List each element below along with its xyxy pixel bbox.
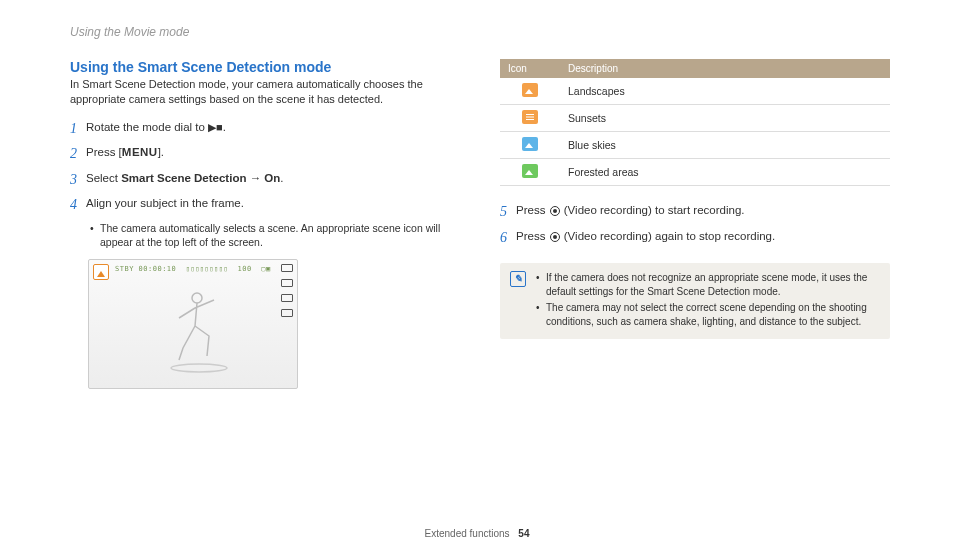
svg-point-1 <box>171 364 227 372</box>
step-number: 2 <box>70 144 86 164</box>
sunset-icon <box>522 110 538 124</box>
movie-mode-icon: ▶■ <box>208 121 223 133</box>
step-suffix: . <box>223 121 226 133</box>
step-5: 5 Press (Video recording) to start recor… <box>500 202 890 222</box>
page-number: 54 <box>518 528 529 539</box>
step-body: Rotate the mode dial to ▶■. <box>86 119 450 136</box>
step-body: Press (Video recording) again to stop re… <box>516 228 890 244</box>
step-pre: Press <box>516 230 549 242</box>
step-number: 5 <box>500 202 516 222</box>
record-button-icon <box>550 232 560 242</box>
step-mid: (Video recording) again to stop recordin… <box>561 230 776 242</box>
right-column: Icon Description Landscapes Sunsets Blue… <box>500 59 890 389</box>
scene-icon <box>93 264 109 280</box>
stby-label: STBY 00:00:10 ▯▯▯▯▯▯▯▯▯ 100 ▢▣ <box>115 265 271 273</box>
note-list: If the camera does not recognize an appr… <box>536 271 880 331</box>
content: Using the Smart Scene Detection mode In … <box>0 39 954 389</box>
camera-screenshot: STBY 00:00:10 ▯▯▯▯▯▯▯▯▯ 100 ▢▣ <box>88 259 298 389</box>
step-number: 1 <box>70 119 86 139</box>
step-prefix: Press [ <box>86 146 122 158</box>
page-footer: Extended functions 54 <box>0 528 954 539</box>
step-text: Rotate the mode dial to <box>86 121 208 133</box>
arrow-icon: → <box>246 172 264 184</box>
scene-icon-table: Icon Description Landscapes Sunsets Blue… <box>500 59 890 186</box>
option-value: On <box>264 172 280 184</box>
step-6: 6 Press (Video recording) again to stop … <box>500 228 890 248</box>
step-pre: Press <box>516 204 549 216</box>
footer-label: Extended functions <box>425 528 510 539</box>
forest-icon <box>522 164 538 178</box>
row-desc: Sunsets <box>560 105 890 132</box>
table-header-desc: Description <box>560 59 890 78</box>
note-item: The camera may not select the correct sc… <box>536 301 880 329</box>
menu-label: MENU <box>122 146 158 158</box>
step-number: 4 <box>70 195 86 215</box>
step-4-bullet: The camera automatically selects a scene… <box>90 221 450 249</box>
status-icon <box>281 309 293 317</box>
step-prefix: Select <box>86 172 121 184</box>
row-desc: Blue skies <box>560 132 890 159</box>
table-row: Sunsets <box>500 105 890 132</box>
status-icon <box>281 279 293 287</box>
status-icon <box>281 264 293 272</box>
note-item: If the camera does not recognize an appr… <box>536 271 880 299</box>
record-button-icon <box>550 206 560 216</box>
left-column: Using the Smart Scene Detection mode In … <box>70 59 450 389</box>
step-body: Select Smart Scene Detection → On. <box>86 170 450 186</box>
right-status-icons <box>281 264 293 317</box>
step-body: Press [MENU]. <box>86 144 450 160</box>
table-header-icon: Icon <box>500 59 560 78</box>
step-body: Press (Video recording) to start recordi… <box>516 202 890 218</box>
note-icon: ✎ <box>510 271 526 287</box>
note-box: ✎ If the camera does not recognize an ap… <box>500 263 890 339</box>
step-mid: (Video recording) to start recording. <box>561 204 745 216</box>
step-1: 1 Rotate the mode dial to ▶■. <box>70 119 450 139</box>
figure-silhouette-icon <box>159 288 239 378</box>
step-suffix: ]. <box>158 146 164 158</box>
blue-sky-icon <box>522 137 538 151</box>
svg-point-0 <box>192 293 202 303</box>
option-name: Smart Scene Detection <box>121 172 246 184</box>
step-number: 3 <box>70 170 86 190</box>
step-3: 3 Select Smart Scene Detection → On. <box>70 170 450 190</box>
step-body: Align your subject in the frame. <box>86 195 450 211</box>
landscape-icon <box>522 83 538 97</box>
page-header-breadcrumb: Using the Movie mode <box>0 0 954 39</box>
table-row: Forested areas <box>500 159 890 186</box>
step-2: 2 Press [MENU]. <box>70 144 450 164</box>
step-suffix: . <box>280 172 283 184</box>
table-row: Landscapes <box>500 78 890 105</box>
row-desc: Forested areas <box>560 159 890 186</box>
step-4: 4 Align your subject in the frame. <box>70 195 450 215</box>
section-intro: In Smart Scene Detection mode, your came… <box>70 77 450 107</box>
section-title: Using the Smart Scene Detection mode <box>70 59 450 75</box>
step-number: 6 <box>500 228 516 248</box>
table-row: Blue skies <box>500 132 890 159</box>
row-desc: Landscapes <box>560 78 890 105</box>
status-icon <box>281 294 293 302</box>
